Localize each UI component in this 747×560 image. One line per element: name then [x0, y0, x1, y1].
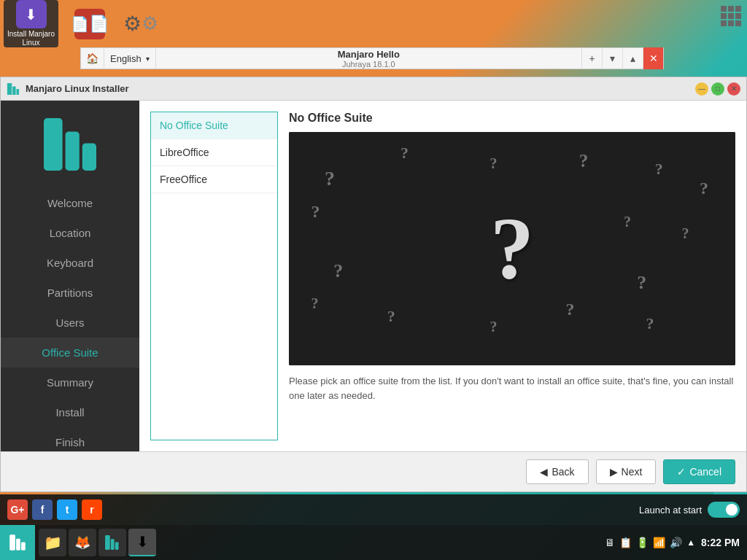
hello-chevron-up-button[interactable]: ▴ — [622, 47, 643, 69]
sidebar-item-office-suite[interactable]: Office Suite — [1, 338, 139, 368]
taskbar-browser-icon[interactable]: 🦊 — [69, 529, 96, 556]
taskbar-top: Install Manjaro Linux 📄 ⚙ — [0, 0, 747, 47]
language-selector[interactable]: English — [104, 48, 156, 69]
qmark-small-5: ? — [655, 160, 663, 179]
sidebar-item-users[interactable]: Users — [1, 308, 139, 338]
qmark-small-10: ? — [489, 319, 497, 335]
qmark-small-2: ? — [400, 144, 409, 163]
display-icon: 🖥 — [605, 537, 615, 548]
installer-footer: ◀ Back ▶ Next ✓ Cancel — [1, 451, 746, 491]
back-arrow-icon: ◀ — [540, 466, 548, 478]
social-bar: G+ f t r Launch at start — [0, 494, 747, 525]
svg-rect-5 — [82, 143, 96, 171]
svg-rect-4 — [66, 131, 80, 171]
twitter-icon[interactable]: t — [57, 499, 77, 520]
content-area: No Office Suite LibreOffice FreeOffice N… — [150, 112, 735, 440]
qmark-small-11: ? — [565, 300, 574, 319]
pdf-icon: 📄 — [74, 9, 105, 39]
sidebar-item-summary[interactable]: Summary — [1, 368, 139, 397]
cancel-label: Cancel — [689, 466, 721, 478]
svg-rect-11 — [115, 542, 119, 550]
hello-chevron-down-button[interactable]: ▾ — [602, 47, 622, 69]
svg-rect-7 — [16, 539, 20, 551]
google-plus-icon[interactable]: G+ — [7, 499, 28, 520]
svg-rect-6 — [9, 534, 15, 551]
next-button[interactable]: ▶ Next — [596, 459, 657, 484]
minimize-button[interactable]: — — [695, 82, 708, 96]
win-controls: — □ ✕ — [695, 82, 740, 96]
cancel-check-icon: ✓ — [677, 466, 686, 478]
suite-option-libreoffice[interactable]: LibreOffice — [151, 139, 277, 166]
taskbar-right: 🖥 📋 🔋 📶 🔊 ▲ 8:22 PM — [605, 537, 747, 548]
taskbar-manjaro-icon[interactable] — [98, 529, 126, 556]
tool-app-icon[interactable]: ⚙ — [120, 0, 160, 47]
pdf-app-icon[interactable]: 📄 — [69, 0, 109, 47]
chevron-up-system-icon[interactable]: ▲ — [686, 537, 695, 548]
qmark-small-9: ? — [387, 307, 395, 326]
question-marks-illustration: ? ? ? ? ? ? ? ? ? ? ? ? ? — [289, 132, 735, 365]
hello-bar: 🏠 English Manjaro Hello Juhraya 18.1.0 +… — [80, 47, 664, 69]
qmark-small-7: ? — [333, 260, 343, 282]
language-label: English — [110, 53, 142, 64]
main-content: No Office Suite LibreOffice FreeOffice N… — [139, 101, 746, 451]
launch-at-start-label: Launch at start — [639, 505, 702, 516]
hello-close-button[interactable]: ✕ — [643, 47, 663, 69]
hello-subtitle: Juhraya 18.1.0 — [156, 60, 581, 69]
qmark-small-8: ? — [311, 295, 319, 312]
taskbar-files-icon[interactable]: 📁 — [39, 529, 66, 556]
svg-rect-10 — [111, 539, 115, 550]
next-arrow-icon: ▶ — [610, 466, 618, 478]
qmark-small-16: ? — [624, 214, 631, 230]
sidebar-item-partitions[interactable]: Partitions — [1, 278, 139, 308]
taskbar-bottom: 📁 🦊 ⬇ 🖥 📋 🔋 📶 🔊 ▲ 8:22 PM — [0, 525, 747, 560]
wifi-icon: 📶 — [653, 537, 665, 548]
sidebar-item-finish[interactable]: Finish — [1, 427, 139, 451]
hello-add-button[interactable]: + — [581, 47, 602, 69]
qmark-small-6: ? — [311, 202, 320, 222]
sidebar-item-welcome[interactable]: Welcome — [1, 188, 139, 218]
system-icons: 🖥 📋 🔋 📶 🔊 ▲ — [605, 537, 695, 548]
selected-suite-title: No Office Suite — [289, 112, 735, 125]
installer-window: Manjaro Linux Installer — □ ✕ Welcome Lo… — [0, 77, 747, 492]
taskbar-installer-icon[interactable]: ⬇ — [128, 529, 156, 556]
qmark-small-15: ? — [700, 179, 708, 198]
reddit-icon[interactable]: r — [82, 499, 102, 520]
cancel-button[interactable]: ✓ Cancel — [663, 459, 735, 484]
maximize-button[interactable]: □ — [711, 82, 724, 96]
install-app-icon[interactable]: Install Manjaro Linux — [4, 0, 58, 47]
svg-rect-0 — [7, 82, 12, 94]
home-button[interactable]: 🏠 — [81, 47, 104, 69]
clock: 8:22 PM — [701, 537, 740, 548]
launch-at-start-section: Launch at start — [639, 502, 740, 518]
volume-icon[interactable]: 🔊 — [670, 537, 682, 548]
qmark-small-14: ? — [682, 225, 689, 242]
sidebar-item-keyboard[interactable]: Keyboard — [1, 248, 139, 278]
close-button[interactable]: ✕ — [727, 82, 740, 96]
titlebar-left: Manjaro Linux Installer — [7, 82, 129, 96]
hello-title: Manjaro Hello — [156, 49, 581, 60]
tool-icon: ⚙ — [125, 9, 156, 39]
facebook-icon[interactable]: f — [32, 499, 53, 520]
manjaro-start-icon — [9, 534, 26, 551]
install-app-label: Install Manjaro Linux — [4, 30, 58, 47]
back-button[interactable]: ◀ Back — [526, 459, 588, 484]
sidebar: Welcome Location Keyboard Partitions Use… — [1, 101, 139, 451]
battery-icon: 🔋 — [636, 537, 649, 548]
qmark-small-12: ? — [637, 272, 646, 294]
clipboard-icon: 📋 — [619, 537, 632, 548]
sidebar-item-install[interactable]: Install — [1, 397, 139, 427]
svg-rect-8 — [21, 542, 26, 551]
svg-rect-1 — [12, 86, 16, 95]
svg-rect-2 — [17, 89, 20, 95]
grid-icon[interactable] — [721, 6, 741, 26]
start-button[interactable] — [0, 525, 35, 560]
suite-option-no-office[interactable]: No Office Suite — [151, 112, 277, 139]
taskbar-app-icons: 📁 🦊 ⬇ — [35, 525, 160, 560]
svg-rect-9 — [105, 535, 110, 550]
suite-image: ? ? ? ? ? ? ? ? ? ? ? ? ? — [289, 132, 735, 365]
installer-body: Welcome Location Keyboard Partitions Use… — [1, 101, 746, 451]
sidebar-item-location[interactable]: Location — [1, 218, 139, 248]
suite-option-freeoffice[interactable]: FreeOffice — [151, 166, 277, 193]
hello-controls: + ▾ ▴ ✕ — [581, 47, 663, 69]
launch-at-start-toggle[interactable] — [708, 502, 740, 518]
